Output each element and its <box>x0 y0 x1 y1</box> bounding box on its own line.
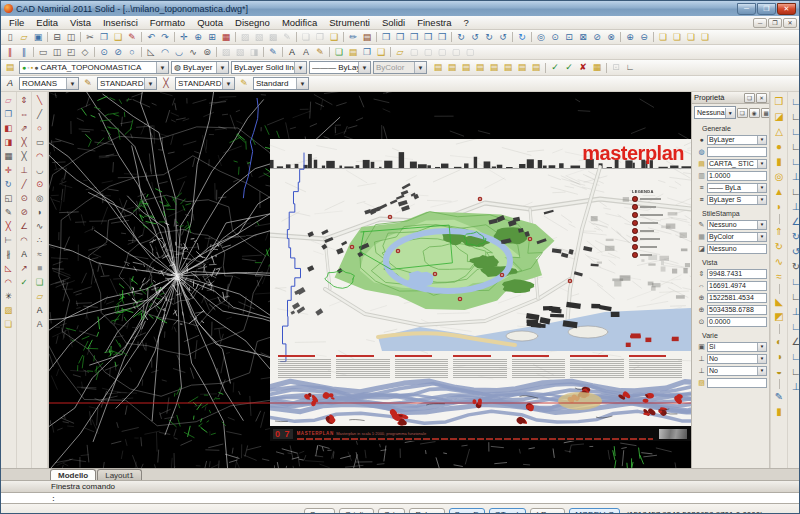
zoom-dynamic-icon[interactable]: ⊠ <box>576 31 590 43</box>
layer-match-icon[interactable]: ✓ <box>548 62 562 74</box>
view-sw-iso-icon[interactable]: ❒ <box>379 31 393 43</box>
dim-style-icon[interactable]: ✎ <box>81 78 95 90</box>
extend-icon[interactable]: ⊢ <box>2 233 15 247</box>
view-nw-iso-icon[interactable]: ❒ <box>421 31 435 43</box>
property-field[interactable]: Nessuno▼ <box>707 244 767 254</box>
union-icon[interactable]: ◐ <box>772 334 787 349</box>
slice-icon[interactable]: ◣ <box>772 294 787 309</box>
mdi-minimize-button[interactable]: ─ <box>753 18 767 28</box>
spline-tool-icon[interactable]: ∿ <box>186 46 200 58</box>
zoom-scale-icon[interactable]: ⊘ <box>590 31 604 43</box>
ucs-x-rotate-icon[interactable]: ↻ <box>789 229 800 244</box>
zoom-out-icon[interactable]: ⊖ <box>637 31 651 43</box>
masterplan-image[interactable]: masterplan LEGENDA <box>270 139 691 441</box>
line-icon[interactable]: ╲ <box>33 93 46 107</box>
mirror-icon[interactable]: ◧ <box>2 121 15 135</box>
layer-palette-icon[interactable]: ▤ <box>3 62 17 74</box>
scale-icon[interactable]: ◱ <box>2 191 15 205</box>
ucs-origin-icon[interactable]: ∟ <box>789 184 800 199</box>
ucs-apply-icon[interactable]: ∟ <box>789 274 800 289</box>
layer-manager-icon[interactable]: ▦ <box>219 31 233 43</box>
imprint-icon[interactable]: ▮ <box>772 404 787 419</box>
solid-edit-icon[interactable]: ✎ <box>772 389 787 404</box>
menu-file[interactable]: File <box>3 17 30 28</box>
ucs-view-icon[interactable]: ⊥ <box>789 169 800 184</box>
layer-plot-state-icon[interactable]: ▪ <box>31 64 33 71</box>
ucs-dynamic-icon[interactable]: ⊥ <box>789 304 800 319</box>
tab-layout1[interactable]: Layout1 <box>97 469 141 480</box>
layer-on-state-icon[interactable]: ● <box>22 64 26 71</box>
tool-gray-3-icon[interactable]: ▢ <box>435 46 449 58</box>
property-field[interactable]: No▼ <box>707 366 767 376</box>
layer-freeze-icon[interactable]: ▤ <box>487 62 501 74</box>
text-edit-icon[interactable]: ✎ <box>313 46 327 58</box>
dim-radius-icon[interactable]: ⊙ <box>18 191 31 205</box>
lineweight-toggle[interactable]: LPeso <box>530 508 565 514</box>
color-combo[interactable]: ◍ ByLayer▼ <box>171 61 229 74</box>
polar-toggle[interactable]: Polare <box>409 508 444 514</box>
property-field[interactable]: ▼ <box>707 147 767 157</box>
erase-icon[interactable]: ▱ <box>2 93 15 107</box>
ucs-object-icon[interactable]: ∟ <box>789 139 800 154</box>
layer-unlock-icon[interactable]: ▤ <box>529 62 543 74</box>
tool-gray-5-icon[interactable]: ▢ <box>463 46 477 58</box>
box-solid-icon[interactable]: ❒ <box>772 94 787 109</box>
dim-slope-icon[interactable]: ╱ <box>18 177 31 191</box>
format-painter-icon[interactable]: ✎ <box>125 31 139 43</box>
property-field[interactable]: 9948.7431▼ <box>707 269 767 279</box>
close-button[interactable]: ✕ <box>777 3 796 15</box>
spline-icon[interactable]: ∿ <box>33 219 46 233</box>
parallel-lines-icon[interactable]: ∥ <box>17 46 31 58</box>
arc-tool-icon[interactable]: ◠ <box>158 46 172 58</box>
tool-gray-1-icon[interactable]: ▢ <box>407 46 421 58</box>
offset-icon[interactable]: ◨ <box>2 135 15 149</box>
print-icon[interactable]: ⊟ <box>50 31 64 43</box>
menu-quota[interactable]: Quota <box>191 17 229 28</box>
model-toggle[interactable]: MODELLO <box>569 508 620 514</box>
pencil-icon[interactable]: ✏ <box>346 31 360 43</box>
property-field[interactable]: Si▼ <box>707 342 767 352</box>
menu-edita[interactable]: Edita <box>30 17 64 28</box>
zoom-center-icon[interactable]: ⊗ <box>604 31 618 43</box>
hatch-swatch-icon[interactable]: ■ <box>33 261 46 275</box>
circle-center-2-icon[interactable]: ⊙ <box>33 177 46 191</box>
cut-icon[interactable]: ✂ <box>83 31 97 43</box>
cylinder-solid-icon[interactable]: ▮ <box>772 154 787 169</box>
region-icon[interactable]: ❏ <box>2 317 15 331</box>
menu-finestra[interactable]: Finestra <box>411 17 457 28</box>
sheet-1-icon[interactable]: ❏ <box>299 31 313 43</box>
boundary-tool-icon[interactable]: ◨ <box>247 46 261 58</box>
layer-combo[interactable]: ●◦▪● CARTA_TOPONOMASTICA▼ <box>19 61 169 74</box>
table-style-combo[interactable]: STANDARD▼ <box>175 77 235 90</box>
hatch-tool-icon[interactable]: ▨ <box>219 46 233 58</box>
section-icon[interactable]: ◩ <box>772 309 787 324</box>
mleader-style-icon[interactable]: ✎ <box>237 78 251 90</box>
dim-horizontal-icon[interactable]: ⇔ <box>18 107 31 121</box>
sphere-solid-icon[interactable]: ● <box>772 139 787 154</box>
layer-delete-icon[interactable]: ▤ <box>445 62 459 74</box>
zoom-previous-icon[interactable]: ⊙ <box>548 31 562 43</box>
layer-color-swatch[interactable]: ● <box>34 64 38 71</box>
block-1-icon[interactable]: ❏ <box>656 31 670 43</box>
intersect-icon[interactable]: ◒ <box>772 364 787 379</box>
folder-gold-icon[interactable]: ▱ <box>393 46 407 58</box>
dim-angular-icon[interactable]: ∠ <box>18 219 31 233</box>
dim-aligned-icon[interactable]: ⇗ <box>18 121 31 135</box>
text-style-combo[interactable]: ROMANS▼ <box>19 77 79 90</box>
save-icon[interactable]: ▣ <box>31 31 45 43</box>
zoom-realtime-icon[interactable]: ⊕ <box>191 31 205 43</box>
linetype-combo[interactable]: ByLayer Solid line▼ <box>231 61 307 74</box>
offset-copy-icon[interactable]: ∥ <box>3 46 17 58</box>
ucs-named-icon[interactable]: ∟ <box>789 109 800 124</box>
minimize-button[interactable]: ─ <box>737 3 756 15</box>
chevron-down-icon[interactable]: ▼ <box>757 342 766 351</box>
circle-ttr-icon[interactable]: ⊘ <box>111 46 125 58</box>
menu-inserisci[interactable]: Inserisci <box>97 17 144 28</box>
subtract-icon[interactable]: ◑ <box>772 349 787 364</box>
ucs-ortho-icon[interactable]: ∠ <box>789 334 800 349</box>
loft-icon[interactable]: ≈ <box>772 269 787 284</box>
dim-arc-icon[interactable]: ◠ <box>18 233 31 247</box>
mdi-close-button[interactable]: ✕ <box>783 18 797 28</box>
property-field[interactable]: 5034358.6788▼ <box>707 305 767 315</box>
property-field[interactable]: ByColor▼ <box>707 232 767 242</box>
